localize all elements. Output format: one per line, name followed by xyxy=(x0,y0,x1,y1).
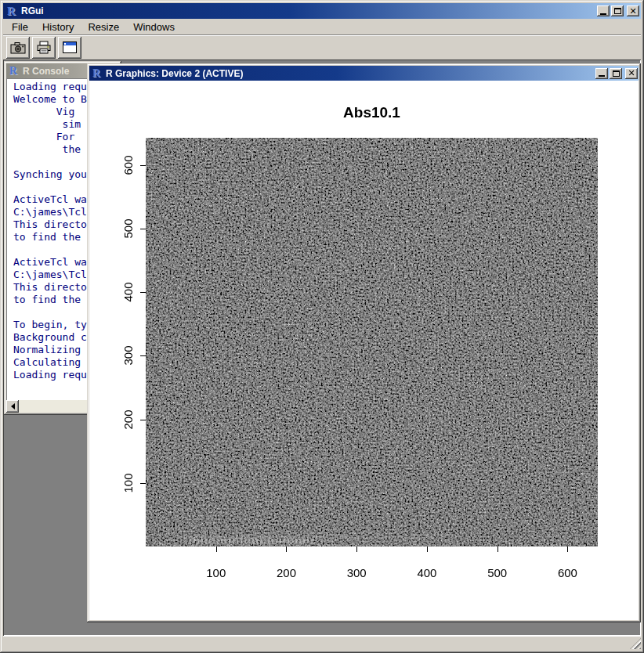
graphics-close-button[interactable]: ✕ xyxy=(625,68,638,79)
x-axis-tick-label: 200 xyxy=(277,566,296,579)
menu-file[interactable]: File xyxy=(5,20,35,34)
y-axis-tick-label: 200 xyxy=(121,409,135,429)
x-axis-tick-label: 100 xyxy=(206,566,226,579)
chip-etched-label xyxy=(190,539,315,543)
chip-bottom-dotted-edge xyxy=(155,540,589,541)
minimize-icon xyxy=(599,75,605,77)
graphics-titlebar[interactable]: R R Graphics: Device 2 (ACTIVE) ✕ xyxy=(89,66,639,81)
left-arrow-icon xyxy=(8,403,15,409)
y-axis-tick xyxy=(140,229,146,229)
x-axis-tick xyxy=(286,547,287,552)
camera-icon xyxy=(10,41,26,54)
y-axis-tick xyxy=(140,292,146,293)
y-axis-tick xyxy=(140,483,146,484)
y-axis-tick xyxy=(140,355,146,356)
x-axis-tick xyxy=(356,547,357,552)
resize-grip[interactable] xyxy=(630,638,641,649)
y-axis-tick-label: 100 xyxy=(121,473,135,492)
close-button[interactable]: ✕ xyxy=(627,5,639,16)
maximize-icon xyxy=(613,70,620,77)
close-icon: ✕ xyxy=(629,7,636,16)
y-axis-tick-label: 400 xyxy=(121,283,135,302)
x-axis-tick xyxy=(497,547,498,552)
y-axis-tick xyxy=(140,165,146,166)
x-axis-tick xyxy=(216,547,217,552)
graphics-maximize-button[interactable] xyxy=(610,68,622,79)
minimize-button[interactable] xyxy=(597,5,610,16)
mdi-workspace: R R Console Loading requWelcome to B Vig… xyxy=(3,60,641,636)
print-button[interactable] xyxy=(32,37,56,59)
toolbar xyxy=(3,34,641,60)
maximize-icon xyxy=(614,8,621,14)
x-axis-tick-label: 400 xyxy=(417,566,436,579)
camera-button[interactable] xyxy=(6,37,30,59)
x-axis-tick-label: 500 xyxy=(487,566,507,579)
rgui-main-window: R RGui ✕ File History Resize Windows xyxy=(0,0,644,653)
y-axis-tick xyxy=(140,420,146,420)
menu-windows[interactable]: Windows xyxy=(126,20,182,34)
console-window-button[interactable] xyxy=(58,37,81,59)
plot-area: Abs10.1 xyxy=(89,81,639,620)
plot-title: Abs10.1 xyxy=(146,104,598,121)
r-logo-icon: R xyxy=(7,65,20,78)
r-logo-icon: R xyxy=(90,67,103,80)
console-title: R Console xyxy=(23,66,69,77)
main-titlebar[interactable]: R RGui ✕ xyxy=(3,3,641,19)
maximize-button[interactable] xyxy=(611,5,624,16)
menu-history[interactable]: History xyxy=(35,20,81,34)
console-window-icon xyxy=(63,41,77,53)
main-window-title: RGui xyxy=(21,5,44,16)
status-bar xyxy=(3,636,641,650)
y-axis-tick-label: 500 xyxy=(121,219,135,239)
menu-resize[interactable]: Resize xyxy=(81,20,126,34)
y-axis-tick-label: 300 xyxy=(121,346,135,366)
y-axis-tick-label: 600 xyxy=(121,155,135,175)
scroll-left-button[interactable] xyxy=(6,400,19,413)
x-axis-tick xyxy=(567,547,568,552)
menu-bar: File History Resize Windows xyxy=(3,19,641,34)
x-axis-tick-label: 600 xyxy=(558,566,577,579)
r-graphics-window: R R Graphics: Device 2 (ACTIVE) ✕ Abs10.… xyxy=(87,63,641,622)
microarray-image xyxy=(146,138,598,547)
x-axis-tick xyxy=(427,547,428,552)
graphics-minimize-button[interactable] xyxy=(595,68,608,79)
chip-glare-streak xyxy=(173,536,436,538)
close-icon: ✕ xyxy=(628,69,635,78)
printer-icon xyxy=(36,41,52,54)
microarray-noise-texture xyxy=(146,138,598,547)
r-logo-icon: R xyxy=(5,5,18,17)
graphics-title: R Graphics: Device 2 (ACTIVE) xyxy=(106,68,243,79)
minimize-icon xyxy=(600,13,606,15)
x-axis-tick-label: 300 xyxy=(347,566,367,579)
